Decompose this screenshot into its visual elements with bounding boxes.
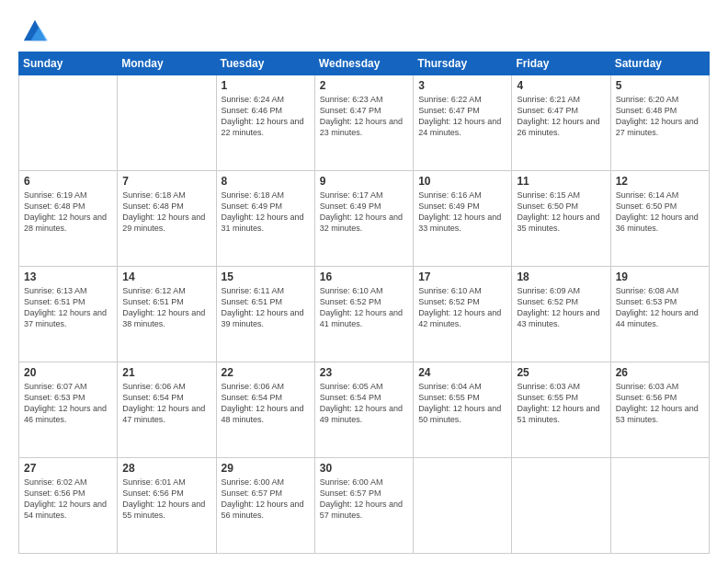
calendar-header-monday: Monday [118, 52, 216, 75]
day-number: 16 [320, 270, 408, 283]
day-number: 1 [222, 79, 310, 92]
day-info: Sunrise: 6:10 AMSunset: 6:52 PMDaylight:… [320, 285, 408, 330]
calendar-cell: 29Sunrise: 6:00 AMSunset: 6:57 PMDayligh… [216, 458, 314, 554]
day-info: Sunrise: 6:09 AMSunset: 6:52 PMDaylight:… [517, 285, 605, 330]
day-number: 2 [320, 79, 408, 92]
calendar-header-row: SundayMondayTuesdayWednesdayThursdayFrid… [19, 52, 710, 75]
day-number: 4 [517, 79, 605, 92]
day-number: 19 [616, 270, 704, 283]
day-number: 12 [616, 175, 704, 188]
day-info: Sunrise: 6:24 AMSunset: 6:46 PMDaylight:… [222, 94, 310, 139]
calendar-cell: 14Sunrise: 6:12 AMSunset: 6:51 PMDayligh… [118, 267, 216, 362]
calendar-cell: 30Sunrise: 6:00 AMSunset: 6:57 PMDayligh… [314, 458, 413, 554]
day-info: Sunrise: 6:17 AMSunset: 6:49 PMDaylight:… [320, 190, 408, 235]
day-number: 28 [122, 462, 210, 475]
calendar-cell: 22Sunrise: 6:06 AMSunset: 6:54 PMDayligh… [216, 362, 314, 458]
day-number: 30 [320, 462, 408, 475]
calendar-week-3: 13Sunrise: 6:13 AMSunset: 6:51 PMDayligh… [19, 267, 710, 362]
calendar-cell: 13Sunrise: 6:13 AMSunset: 6:51 PMDayligh… [19, 267, 118, 362]
day-info: Sunrise: 6:12 AMSunset: 6:51 PMDaylight:… [122, 285, 210, 330]
day-info: Sunrise: 6:06 AMSunset: 6:54 PMDaylight:… [122, 381, 210, 426]
day-info: Sunrise: 6:18 AMSunset: 6:49 PMDaylight:… [222, 190, 310, 235]
day-info: Sunrise: 6:03 AMSunset: 6:55 PMDaylight:… [517, 381, 605, 426]
calendar-cell: 28Sunrise: 6:01 AMSunset: 6:56 PMDayligh… [118, 458, 216, 554]
day-number: 21 [122, 366, 210, 379]
day-info: Sunrise: 6:13 AMSunset: 6:51 PMDaylight:… [24, 285, 112, 330]
calendar-header-sunday: Sunday [19, 52, 118, 75]
day-number: 25 [517, 366, 605, 379]
calendar-cell: 18Sunrise: 6:09 AMSunset: 6:52 PMDayligh… [512, 267, 610, 362]
calendar-cell: 10Sunrise: 6:16 AMSunset: 6:49 PMDayligh… [414, 171, 512, 267]
day-number: 18 [517, 270, 605, 283]
day-number: 26 [616, 366, 704, 379]
day-info: Sunrise: 6:00 AMSunset: 6:57 PMDaylight:… [222, 477, 310, 522]
calendar-cell: 23Sunrise: 6:05 AMSunset: 6:54 PMDayligh… [314, 362, 413, 458]
day-number: 3 [418, 79, 506, 92]
header [18, 17, 710, 42]
day-number: 23 [320, 366, 408, 379]
day-info: Sunrise: 6:20 AMSunset: 6:48 PMDaylight:… [616, 94, 704, 139]
day-number: 7 [122, 175, 210, 188]
calendar-header-friday: Friday [512, 52, 610, 75]
calendar-cell [414, 458, 512, 554]
day-info: Sunrise: 6:04 AMSunset: 6:55 PMDaylight:… [418, 381, 506, 426]
calendar-week-5: 27Sunrise: 6:02 AMSunset: 6:56 PMDayligh… [19, 458, 710, 554]
calendar-cell: 27Sunrise: 6:02 AMSunset: 6:56 PMDayligh… [19, 458, 118, 554]
calendar-week-4: 20Sunrise: 6:07 AMSunset: 6:53 PMDayligh… [19, 362, 710, 458]
calendar-cell [610, 458, 709, 554]
calendar-cell: 16Sunrise: 6:10 AMSunset: 6:52 PMDayligh… [314, 267, 413, 362]
day-number: 13 [24, 270, 112, 283]
logo-icon [22, 17, 48, 42]
day-number: 15 [222, 270, 310, 283]
day-info: Sunrise: 6:15 AMSunset: 6:50 PMDaylight:… [517, 190, 605, 235]
day-info: Sunrise: 6:23 AMSunset: 6:47 PMDaylight:… [320, 94, 408, 139]
day-info: Sunrise: 6:16 AMSunset: 6:49 PMDaylight:… [418, 190, 506, 235]
calendar-cell: 2Sunrise: 6:23 AMSunset: 6:47 PMDaylight… [314, 75, 413, 171]
calendar-cell [512, 458, 610, 554]
day-number: 9 [320, 175, 408, 188]
calendar-cell: 7Sunrise: 6:18 AMSunset: 6:48 PMDaylight… [118, 171, 216, 267]
day-info: Sunrise: 6:07 AMSunset: 6:53 PMDaylight:… [24, 381, 112, 426]
calendar-cell: 6Sunrise: 6:19 AMSunset: 6:48 PMDaylight… [19, 171, 118, 267]
day-info: Sunrise: 6:18 AMSunset: 6:48 PMDaylight:… [122, 190, 210, 235]
day-info: Sunrise: 6:06 AMSunset: 6:54 PMDaylight:… [222, 381, 310, 426]
calendar-cell [19, 75, 118, 171]
day-number: 6 [24, 175, 112, 188]
day-info: Sunrise: 6:00 AMSunset: 6:57 PMDaylight:… [320, 477, 408, 522]
day-info: Sunrise: 6:08 AMSunset: 6:53 PMDaylight:… [616, 285, 704, 330]
day-number: 27 [24, 462, 112, 475]
day-number: 5 [616, 79, 704, 92]
day-number: 22 [222, 366, 310, 379]
day-number: 20 [24, 366, 112, 379]
day-info: Sunrise: 6:22 AMSunset: 6:47 PMDaylight:… [418, 94, 506, 139]
calendar-cell: 15Sunrise: 6:11 AMSunset: 6:51 PMDayligh… [216, 267, 314, 362]
calendar-cell: 9Sunrise: 6:17 AMSunset: 6:49 PMDaylight… [314, 171, 413, 267]
calendar-cell: 11Sunrise: 6:15 AMSunset: 6:50 PMDayligh… [512, 171, 610, 267]
day-info: Sunrise: 6:02 AMSunset: 6:56 PMDaylight:… [24, 477, 112, 522]
day-info: Sunrise: 6:19 AMSunset: 6:48 PMDaylight:… [24, 190, 112, 235]
calendar-header-saturday: Saturday [610, 52, 709, 75]
calendar-cell: 24Sunrise: 6:04 AMSunset: 6:55 PMDayligh… [414, 362, 512, 458]
page: SundayMondayTuesdayWednesdayThursdayFrid… [0, 0, 728, 563]
calendar-cell: 12Sunrise: 6:14 AMSunset: 6:50 PMDayligh… [610, 171, 709, 267]
logo [18, 17, 48, 42]
calendar-cell: 19Sunrise: 6:08 AMSunset: 6:53 PMDayligh… [610, 267, 709, 362]
day-number: 14 [122, 270, 210, 283]
calendar-cell: 17Sunrise: 6:10 AMSunset: 6:52 PMDayligh… [414, 267, 512, 362]
day-info: Sunrise: 6:01 AMSunset: 6:56 PMDaylight:… [122, 477, 210, 522]
calendar-cell: 20Sunrise: 6:07 AMSunset: 6:53 PMDayligh… [19, 362, 118, 458]
day-info: Sunrise: 6:21 AMSunset: 6:47 PMDaylight:… [517, 94, 605, 139]
calendar-cell: 4Sunrise: 6:21 AMSunset: 6:47 PMDaylight… [512, 75, 610, 171]
day-number: 8 [222, 175, 310, 188]
day-info: Sunrise: 6:11 AMSunset: 6:51 PMDaylight:… [222, 285, 310, 330]
calendar-cell: 3Sunrise: 6:22 AMSunset: 6:47 PMDaylight… [414, 75, 512, 171]
day-number: 29 [222, 462, 310, 475]
day-number: 10 [418, 175, 506, 188]
calendar-cell: 1Sunrise: 6:24 AMSunset: 6:46 PMDaylight… [216, 75, 314, 171]
calendar-cell: 26Sunrise: 6:03 AMSunset: 6:56 PMDayligh… [610, 362, 709, 458]
calendar-cell: 5Sunrise: 6:20 AMSunset: 6:48 PMDaylight… [610, 75, 709, 171]
calendar-cell: 8Sunrise: 6:18 AMSunset: 6:49 PMDaylight… [216, 171, 314, 267]
calendar-cell: 25Sunrise: 6:03 AMSunset: 6:55 PMDayligh… [512, 362, 610, 458]
day-info: Sunrise: 6:14 AMSunset: 6:50 PMDaylight:… [616, 190, 704, 235]
day-info: Sunrise: 6:03 AMSunset: 6:56 PMDaylight:… [616, 381, 704, 426]
